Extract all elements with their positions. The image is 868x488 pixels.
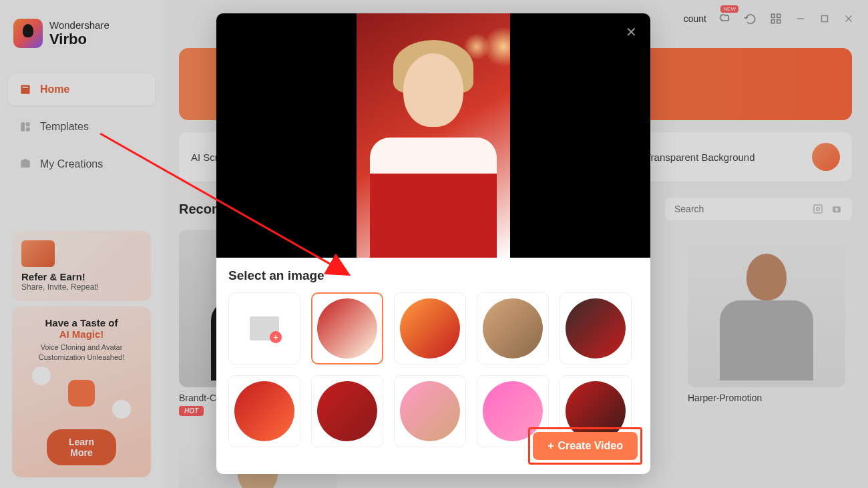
avatar-icon — [400, 298, 460, 358]
image-thumbnail[interactable] — [477, 292, 549, 364]
image-placeholder-icon: + — [250, 316, 279, 340]
image-thumbnails: + — [228, 292, 638, 447]
avatar-icon — [400, 381, 460, 441]
image-thumbnail[interactable] — [311, 375, 383, 447]
create-video-button[interactable]: + Create Video — [533, 432, 638, 460]
avatar-icon — [483, 298, 543, 358]
image-thumbnail[interactable] — [311, 292, 383, 364]
image-thumbnail[interactable] — [394, 375, 466, 447]
upload-image-button[interactable]: + — [228, 292, 300, 364]
avatar-icon — [234, 381, 294, 441]
plus-icon: + — [270, 331, 282, 343]
avatar-icon — [566, 298, 626, 358]
preview-image — [357, 13, 510, 258]
image-thumbnail[interactable] — [394, 292, 466, 364]
close-icon[interactable]: ✕ — [626, 24, 637, 40]
select-image-modal: ✕ Select an image + + Create Video — [216, 13, 650, 474]
avatar-icon — [317, 298, 377, 358]
image-thumbnail[interactable] — [228, 375, 300, 447]
select-image-title: Select an image — [228, 268, 638, 283]
create-video-highlight: + Create Video — [528, 427, 642, 465]
plus-icon: + — [548, 440, 554, 452]
image-thumbnail[interactable] — [560, 292, 632, 364]
create-video-label: Create Video — [558, 440, 623, 452]
modal-preview: ✕ — [216, 13, 650, 258]
modal-body: Select an image + + Create Video — [216, 258, 650, 474]
avatar-icon — [317, 381, 377, 441]
